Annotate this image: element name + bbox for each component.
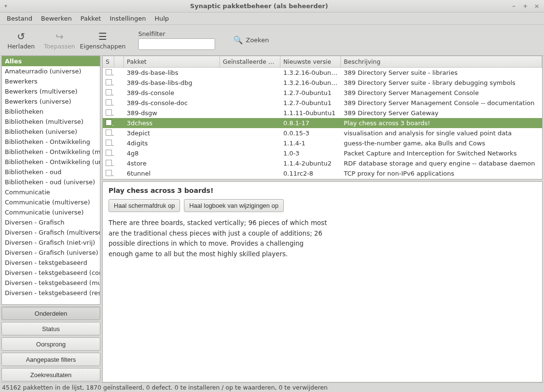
category-item[interactable]: Diversen - tekstgebaseerd bbox=[2, 258, 100, 268]
status-checkbox[interactable] bbox=[106, 170, 112, 176]
cell-description: 389 Directory Server suite - libraries bbox=[341, 69, 542, 76]
status-checkbox[interactable] bbox=[106, 130, 112, 136]
menu-pakket[interactable]: Pakket bbox=[76, 13, 105, 24]
menubar: BestandBewerkenPakketInstellingenHulp bbox=[0, 12, 544, 25]
status-checkbox[interactable] bbox=[106, 140, 112, 146]
custom-filters-button[interactable]: Aangepaste filters bbox=[1, 353, 100, 366]
category-item[interactable]: Bibliotheken - Ontwikkeling (multiverse) bbox=[2, 147, 100, 157]
status-checkbox[interactable] bbox=[106, 150, 112, 156]
category-item[interactable]: Diversen - Grafisch (universe) bbox=[2, 248, 100, 258]
category-item[interactable]: Diversen - Grafisch bbox=[2, 217, 100, 227]
category-item[interactable]: Diversen - tekstgebaseerd (multiverse) bbox=[2, 278, 100, 288]
table-row[interactable]: 3dchess0.8.1-17Play chess across 3 board… bbox=[103, 118, 542, 128]
category-item[interactable]: Bewerkers bbox=[2, 76, 100, 86]
category-item[interactable]: Bibliotheken (universe) bbox=[2, 127, 100, 137]
cell-package: 6tunnel bbox=[124, 170, 220, 177]
cell-package: 4g8 bbox=[124, 150, 220, 157]
category-item[interactable]: Diversen - tekstgebaseerd (restricted) bbox=[2, 288, 100, 298]
close-icon[interactable]: × bbox=[533, 2, 540, 10]
sections-button[interactable]: Onderdelen bbox=[1, 307, 100, 320]
cell-newest: 1.1.4-1 bbox=[280, 140, 341, 147]
category-item[interactable]: Diversen - tekstgebaseerd (contrib) bbox=[2, 268, 100, 278]
table-row[interactable]: 4g81.0-3Packet Capture and Interception … bbox=[103, 148, 542, 158]
cell-package: 4digits bbox=[124, 140, 220, 147]
header-newest[interactable]: Nieuwste versie bbox=[280, 56, 341, 67]
cell-package: 4store bbox=[124, 160, 220, 167]
status-checkbox[interactable] bbox=[106, 69, 112, 75]
titlebar: ▾ Synaptic pakketbeheer (als beheerder) … bbox=[0, 0, 544, 12]
table-header: S Pakket Geïnstalleerde versie Nieuwste … bbox=[103, 56, 542, 68]
cell-newest: 0.11rc2-8 bbox=[280, 170, 341, 177]
category-item[interactable]: Bewerkers (universe) bbox=[2, 96, 100, 107]
status-checkbox[interactable] bbox=[106, 119, 112, 126]
package-table[interactable]: S Pakket Geïnstalleerde versie Nieuwste … bbox=[102, 56, 543, 179]
category-item[interactable]: Bibliotheken (multiverse) bbox=[2, 117, 100, 127]
category-item[interactable]: Bibliotheken - Ontwikkeling bbox=[2, 137, 100, 147]
header-icon[interactable] bbox=[114, 56, 124, 67]
cell-package: 389-ds-console-doc bbox=[124, 99, 220, 107]
category-item[interactable]: Diversen - Grafisch (niet-vrij) bbox=[2, 238, 100, 248]
table-row[interactable]: 6tunnel0.11rc2-8TCP proxy for non-IPv6 a… bbox=[103, 168, 542, 178]
category-item[interactable]: Bewerkers (multiverse) bbox=[2, 86, 100, 96]
category-list[interactable]: AllesAmateurradio (universe)BewerkersBew… bbox=[1, 56, 100, 305]
table-row[interactable]: 3depict0.0.15-3visualisation and analysi… bbox=[103, 128, 542, 138]
category-item[interactable]: Bibliotheken - oud (universe) bbox=[2, 177, 100, 187]
table-row[interactable]: 389-dsgw1.1.11-0ubuntu1389 Directory Ser… bbox=[103, 108, 542, 118]
table-row[interactable]: 4digits1.1.4-1guess-the-number game, aka… bbox=[103, 138, 542, 148]
menu-bewerken[interactable]: Bewerken bbox=[37, 13, 75, 24]
menu-bestand[interactable]: Bestand bbox=[3, 13, 36, 24]
category-item[interactable]: Communicatie bbox=[2, 187, 100, 197]
cell-description: RDF database storage and query engine --… bbox=[341, 160, 542, 167]
header-status[interactable]: S bbox=[103, 56, 114, 67]
minimize-icon[interactable]: – bbox=[510, 2, 517, 10]
category-item[interactable]: Communicatie (universe) bbox=[2, 207, 100, 217]
category-item[interactable]: Alles bbox=[2, 56, 100, 66]
category-item[interactable]: Communicatie (multiverse) bbox=[2, 197, 100, 207]
table-row[interactable]: 389-ds-console1.2.7-0ubuntu1389 Director… bbox=[103, 88, 542, 98]
status-checkbox[interactable] bbox=[106, 109, 112, 116]
cell-package: 3depict bbox=[124, 130, 220, 137]
status-checkbox[interactable] bbox=[106, 89, 112, 95]
menu-hulp[interactable]: Hulp bbox=[151, 13, 173, 24]
origin-button[interactable]: Oorsprong bbox=[1, 337, 100, 351]
header-package[interactable]: Pakket bbox=[124, 56, 220, 67]
table-row[interactable]: 4store1.1.4-2ubuntu2RDF database storage… bbox=[103, 158, 542, 168]
table-row[interactable]: 389-ds-console-doc1.2.7-0ubuntu1389 Dire… bbox=[103, 98, 542, 108]
search-label: Zoeken bbox=[246, 36, 269, 44]
status-checkbox[interactable] bbox=[106, 99, 112, 106]
status-checkbox[interactable] bbox=[106, 160, 112, 166]
quickfilter-input[interactable] bbox=[138, 38, 215, 50]
get-changelog-button[interactable]: Haal logboek van wijzigingen op bbox=[184, 199, 284, 212]
category-item[interactable]: Amateurradio (universe) bbox=[2, 66, 100, 76]
cell-package: 389-ds-base-libs bbox=[124, 69, 220, 76]
cell-newest: 0.0.15-3 bbox=[280, 130, 341, 137]
window-menu-icon[interactable]: ▾ bbox=[0, 3, 12, 9]
search-icon: 🔍 bbox=[233, 36, 243, 45]
header-installed[interactable]: Geïnstalleerde versie bbox=[220, 56, 280, 67]
table-row[interactable]: 389-ds-base-libs-dbg1.3.2.16-0ubuntu1389… bbox=[103, 78, 542, 88]
category-item[interactable]: Diversen - Grafisch (multiverse) bbox=[2, 227, 100, 238]
category-item[interactable]: Bibliotheken bbox=[2, 107, 100, 117]
search-results-button[interactable]: Zoekresultaten bbox=[1, 368, 100, 381]
apply-label: Toepassen bbox=[44, 43, 75, 50]
properties-label: Eigenschappen bbox=[80, 43, 125, 50]
cell-newest: 1.3.2.16-0ubuntu1 bbox=[280, 79, 341, 86]
status-button[interactable]: Status bbox=[1, 322, 100, 335]
get-screenshot-button[interactable]: Haal schermafdruk op bbox=[109, 199, 180, 212]
cell-newest: 1.2.7-0ubuntu1 bbox=[280, 89, 341, 96]
status-checkbox[interactable] bbox=[106, 79, 112, 85]
table-row[interactable]: 389-ds-base-libs1.3.2.16-0ubuntu1389 Dir… bbox=[103, 68, 542, 78]
reload-button[interactable]: ↺ Herladen bbox=[4, 29, 38, 51]
category-item[interactable]: Bibliotheken - Ontwikkeling (universe) bbox=[2, 157, 100, 167]
category-item[interactable]: Bibliotheken - oud bbox=[2, 167, 100, 177]
cell-description: visualisation and analysis for single va… bbox=[341, 130, 542, 137]
reload-label: Herladen bbox=[8, 43, 35, 50]
header-description[interactable]: Beschrijving bbox=[341, 56, 542, 67]
properties-button[interactable]: ☰ Eigenschappen bbox=[81, 29, 125, 51]
cell-description: guess-the-number game, aka Bulls and Cow… bbox=[341, 140, 542, 147]
maximize-icon[interactable]: + bbox=[522, 2, 529, 10]
details-title: Play chess across 3 boards! bbox=[109, 187, 536, 194]
menu-instellingen[interactable]: Instellingen bbox=[106, 13, 150, 24]
cell-description: TCP proxy for non-IPv6 applications bbox=[341, 170, 542, 177]
search-button[interactable]: 🔍 Zoeken bbox=[233, 36, 269, 45]
